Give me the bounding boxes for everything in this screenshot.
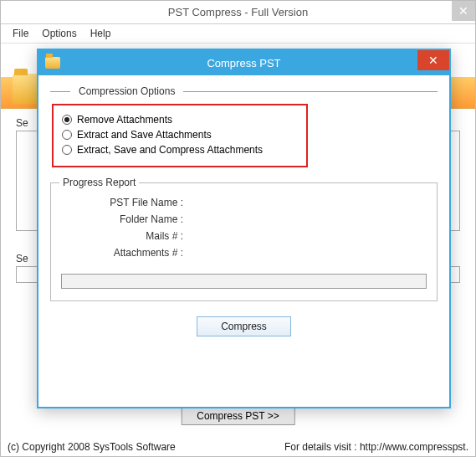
radio-label: Extract, Save and Compress Attachments [77, 144, 263, 156]
progress-row-attachments: Attachments # : [61, 247, 427, 259]
header-line-right [183, 91, 438, 92]
progress-legend: Progress Report [59, 177, 139, 188]
menu-file[interactable]: File [6, 26, 35, 41]
menubar: File Options Help [1, 24, 475, 44]
radio-label: Remove Attachments [77, 114, 172, 126]
radio-icon [62, 130, 72, 140]
compress-dialog: Compress PST ✕ Compression Options Remov… [37, 49, 451, 408]
progress-row-mails: Mails # : [61, 230, 427, 242]
dialog-body: Compression Options Remove Attachments E… [38, 75, 449, 347]
dialog-title: Compress PST [38, 57, 449, 69]
radio-extract-save-compress[interactable]: Extract, Save and Compress Attachments [62, 144, 298, 156]
compression-options-group: Remove Attachments Extract and Save Atta… [52, 104, 308, 167]
radio-extract-save[interactable]: Extract and Save Attachments [62, 129, 298, 141]
progress-row-folder: Folder Name : [61, 213, 427, 225]
footer-copyright: (c) Copyright 2008 SysTools Software [8, 441, 176, 453]
attachments-count-label: Attachments # : [61, 247, 187, 259]
menu-options[interactable]: Options [35, 26, 83, 41]
progress-bar [61, 274, 427, 289]
menu-help[interactable]: Help [84, 26, 118, 41]
footer: (c) Copyright 2008 SysTools Software For… [8, 441, 468, 453]
footer-link[interactable]: For details visit : http://www.compressp… [284, 441, 468, 453]
main-titlebar: PST Compress - Full Version ✕ [1, 1, 475, 24]
main-title: PST Compress - Full Version [1, 6, 475, 18]
radio-label: Extract and Save Attachments [77, 129, 212, 141]
header-line-left [50, 91, 70, 92]
progress-report-group: Progress Report PST File Name : Folder N… [50, 182, 438, 301]
dialog-titlebar: Compress PST ✕ [38, 50, 449, 75]
compression-options-header: Compression Options [50, 85, 438, 97]
folder-name-label: Folder Name : [61, 213, 187, 225]
radio-icon [62, 115, 72, 125]
mails-count-label: Mails # : [61, 230, 187, 242]
radio-icon [62, 145, 72, 155]
main-close-button[interactable]: ✕ [452, 1, 475, 21]
compression-options-label: Compression Options [79, 85, 175, 97]
pst-file-label: PST File Name : [61, 197, 187, 208]
progress-row-pst: PST File Name : [61, 197, 427, 208]
bg-compress-button[interactable]: Compress PST >> [181, 407, 294, 425]
dialog-close-button[interactable]: ✕ [417, 50, 449, 70]
compress-button[interactable]: Compress [197, 316, 291, 336]
radio-remove-attachments[interactable]: Remove Attachments [62, 114, 298, 126]
